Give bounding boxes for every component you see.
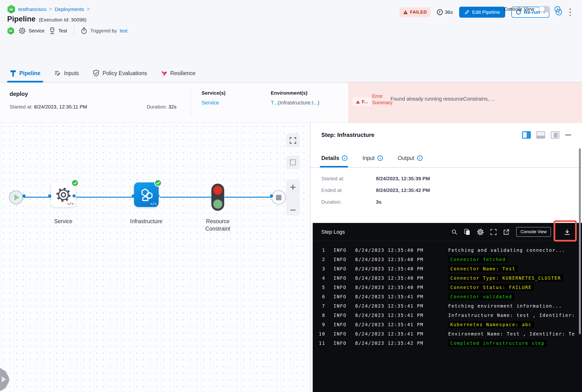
shield-check-icon	[93, 70, 100, 77]
service-meta[interactable]: Service	[19, 27, 45, 34]
log-row: 2 INFO 8/24/2023 12:35:40 PM Connector f…	[313, 255, 582, 264]
gear-icon	[19, 27, 26, 34]
cd-module-icon: ∞	[7, 5, 15, 14]
log-line-number: 11	[313, 340, 325, 346]
info-icon[interactable]	[377, 155, 383, 161]
tab-inputs[interactable]: Inputs	[54, 64, 79, 82]
canvas-select-button[interactable]	[286, 156, 300, 169]
console-view-button[interactable]: Console View	[516, 227, 551, 237]
stage-services: Service(s) Service	[202, 90, 225, 106]
stage-name: deploy	[10, 90, 28, 97]
tab-output[interactable]: Output	[398, 148, 423, 168]
log-line-number: 1	[313, 248, 325, 253]
environment-link[interactable]: T...(Infrastructure:t...)	[271, 100, 319, 106]
divider	[191, 89, 191, 116]
page-title-row: Pipeline (Execution Id: 30098)	[7, 15, 87, 23]
warning-triangle-icon	[356, 100, 360, 104]
zoom-in-button[interactable]	[289, 184, 296, 191]
breadcrumb-account[interactable]: testfrancisco	[18, 6, 46, 12]
gear-icon[interactable]	[477, 229, 484, 235]
warning-triangle-icon	[403, 10, 408, 14]
execution-graph-canvas[interactable]: </> Service </> Infrastructure Resource …	[0, 123, 310, 392]
stage-summary-bar: deploy Started at: 8/24/2023, 12:35:11 P…	[0, 82, 582, 123]
layout-right-panel-icon[interactable]	[522, 132, 531, 138]
log-message: Connector fetched	[448, 256, 508, 263]
info-icon[interactable]	[417, 155, 423, 161]
log-lines[interactable]: 1 INFO 8/24/2023 12:35:40 PM Fetching an…	[313, 241, 582, 348]
info-icon[interactable]	[342, 155, 348, 161]
panel-layout-controls	[522, 132, 571, 138]
tab-input[interactable]: Input	[362, 148, 383, 168]
layout-bottom-panel-icon[interactable]	[536, 132, 545, 138]
hexagons-icon	[139, 188, 154, 202]
graph-port	[73, 194, 76, 198]
scrollbar[interactable]	[579, 148, 581, 334]
layout-floating-panel-icon[interactable]	[551, 132, 559, 138]
environment-meta[interactable]: Test	[49, 27, 67, 34]
graph-edge	[21, 197, 52, 198]
service-link[interactable]: Service	[202, 100, 225, 106]
edit-pipeline-button[interactable]: Edit Pipeline	[459, 7, 505, 18]
tab-pipeline[interactable]: Pipeline	[10, 64, 40, 82]
cd-module-icon: ∞	[7, 27, 14, 35]
tab-policy-evaluations-label: Policy Evaluations	[103, 70, 147, 76]
zoom-out-button[interactable]	[289, 209, 296, 211]
node-infrastructure[interactable]: </>	[134, 182, 159, 207]
graph-port	[132, 194, 135, 198]
stage-duration: Duration: 32s	[147, 104, 177, 110]
fullscreen-icon[interactable]	[490, 229, 497, 235]
download-icon[interactable]	[564, 229, 570, 235]
divider	[74, 25, 74, 36]
log-level: INFO	[333, 248, 348, 253]
end-node[interactable]	[271, 190, 286, 204]
canvas-fullscreen-button[interactable]	[286, 134, 300, 147]
pipeline-meta-row: ∞ Service Test Triggered by test	[7, 25, 127, 36]
log-level: INFO	[333, 257, 348, 262]
log-timestamp: 8/24/2023 12:35:41 PM	[355, 303, 432, 308]
gear-icon	[56, 188, 71, 202]
environments-label: Environment(s)	[271, 90, 319, 96]
log-row: 4 INFO 8/24/2023 12:35:40 PM Connector T…	[313, 273, 582, 282]
log-timestamp: 8/24/2023 12:35:41 PM	[355, 331, 432, 336]
page-title: Pipeline	[7, 15, 36, 23]
more-options-icon[interactable]	[568, 8, 572, 17]
expand-left-panel-button[interactable]	[0, 368, 9, 391]
log-message: Connector Type: KUBERNETES_CLUSTER	[448, 274, 563, 282]
service-meta-label: Service	[29, 28, 45, 34]
log-level: INFO	[333, 266, 348, 271]
node-label: Resource Constraint	[196, 218, 240, 232]
copy-icon[interactable]	[464, 229, 470, 235]
log-message: Fetching and validating connector...	[448, 248, 565, 253]
log-row: 10 INFO 8/24/2023 12:35:41 PM Environmen…	[313, 329, 582, 338]
green-light-icon	[213, 199, 223, 209]
start-node[interactable]	[9, 190, 23, 204]
play-icon	[14, 194, 19, 200]
log-timestamp: 8/24/2023 12:35:41 PM	[355, 294, 432, 299]
log-timestamp: 8/24/2023 12:35:41 PM	[355, 322, 432, 327]
log-timestamp: 8/24/2023 12:35:40 PM	[355, 276, 432, 281]
stopwatch-icon	[81, 27, 87, 34]
log-message: Completed infrastructure step	[448, 340, 547, 347]
open-in-new-icon[interactable]	[503, 229, 509, 235]
tab-output-label: Output	[398, 155, 414, 162]
node-service[interactable]: </>	[51, 182, 76, 207]
status-badge: FAILED	[399, 8, 430, 17]
info-icon[interactable]	[554, 6, 560, 12]
minimize-panel-icon[interactable]	[565, 134, 571, 136]
tab-details[interactable]: Details	[321, 148, 348, 168]
log-message: Kubernetes Namespace: abc	[448, 321, 534, 328]
search-icon[interactable]	[451, 229, 457, 235]
failed-short-label: F...	[362, 99, 368, 104]
log-message: Infrastructure Name: test , Identifier:	[448, 312, 575, 318]
log-message: Connector validated	[448, 293, 514, 300]
breadcrumb-deployments[interactable]: Deployments	[55, 6, 84, 12]
console-view-toggle[interactable]	[538, 6, 550, 12]
node-resource-constraint[interactable]	[211, 184, 224, 211]
tab-policy-evaluations[interactable]: Policy Evaluations	[93, 64, 147, 82]
triggered-by-user[interactable]: test	[120, 28, 127, 34]
tab-resilience[interactable]: Resilience	[161, 64, 196, 82]
field-ended-at: Ended at: 8/24/2023, 12:35:42 PM	[321, 188, 430, 193]
template-code-icon: </>	[150, 202, 157, 206]
trigger-meta: Triggered by test	[81, 27, 127, 34]
log-line-number: 7	[313, 303, 325, 308]
